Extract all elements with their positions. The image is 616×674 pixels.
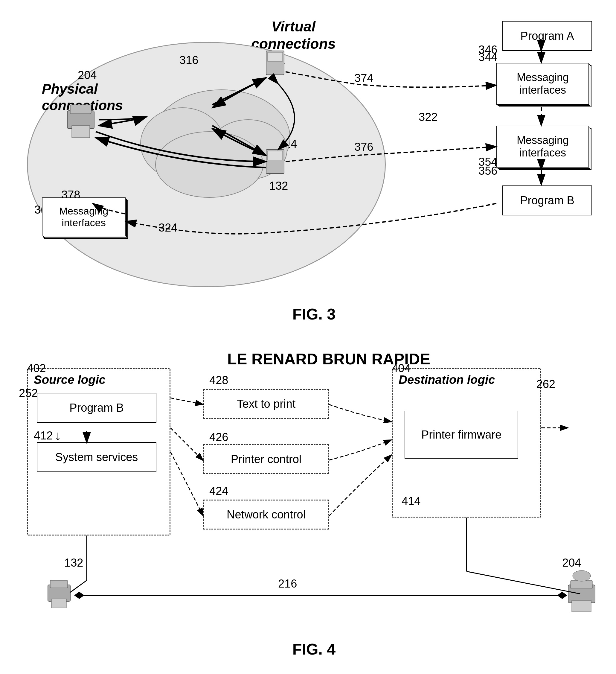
label-404: 404 [392,362,410,375]
svg-line-25 [70,580,87,592]
label-216: 216 [278,577,297,590]
label-262: 262 [536,378,555,391]
label-324: 324 [158,221,177,234]
virtual-connections-label: Virtual connections [251,18,336,52]
program-a-box: Program A [502,21,592,51]
label-216: 216 [192,183,210,195]
label-252: 252 [19,387,38,400]
svg-rect-17 [50,580,68,588]
label-412: 412 ↓ [34,428,61,443]
svg-rect-16 [48,585,70,601]
destination-logic-label: Destination logic [399,373,495,386]
label-204: 204 [562,556,581,569]
label-424: 424 [209,485,228,497]
svg-rect-18 [51,599,67,608]
svg-rect-22 [572,600,591,612]
label-376: 376 [354,141,373,153]
fig3-caption: FIG. 3 [292,305,336,323]
svg-rect-20 [568,585,595,603]
label-374: 374 [354,72,373,85]
program-b-inner-box: Program B [37,393,156,423]
svg-point-23 [573,570,591,581]
printer-firmware-box: Printer firmware [404,411,518,459]
svg-rect-21 [571,580,592,589]
program-b-box: Program B [502,186,592,215]
source-logic-label: Source logic [34,373,106,386]
label-204: 204 [78,69,97,82]
network-control-box: Network control [203,499,329,530]
text-to-print-box: Text to print [203,389,329,419]
fig3-diagram: Virtual connections Physical connections… [18,12,610,326]
label-344: 344 [478,51,497,64]
label-414: 414 [402,495,420,508]
physical-connections-label: Physical connections [42,81,123,114]
label-402: 402 [27,362,46,375]
label-102: 102 [266,54,285,67]
fig4-diagram: LE RENARD BRUN RAPIDE Source logic 252 P… [18,338,610,661]
text-to-print-label-428: 428 [209,374,228,387]
label-132: 132 [269,180,288,192]
label-214: 214 [278,138,297,150]
label-426: 426 [209,431,228,444]
label-356: 356 [478,164,497,178]
page: Virtual connections Physical connections… [0,0,616,674]
system-services-inner-box: System services [37,442,156,472]
label-316: 316 [179,54,198,67]
svg-line-27 [467,571,580,594]
device-132-label: 132 [64,556,83,569]
label-322: 322 [419,111,438,124]
fig4-caption: FIG. 4 [292,640,336,658]
printer-control-box: Printer control [203,444,329,474]
source-logic-box: Source logic 252 Program B 412 ↓ System … [27,368,170,536]
destination-logic-box: Destination logic 262 Printer firmware 4… [392,368,541,518]
